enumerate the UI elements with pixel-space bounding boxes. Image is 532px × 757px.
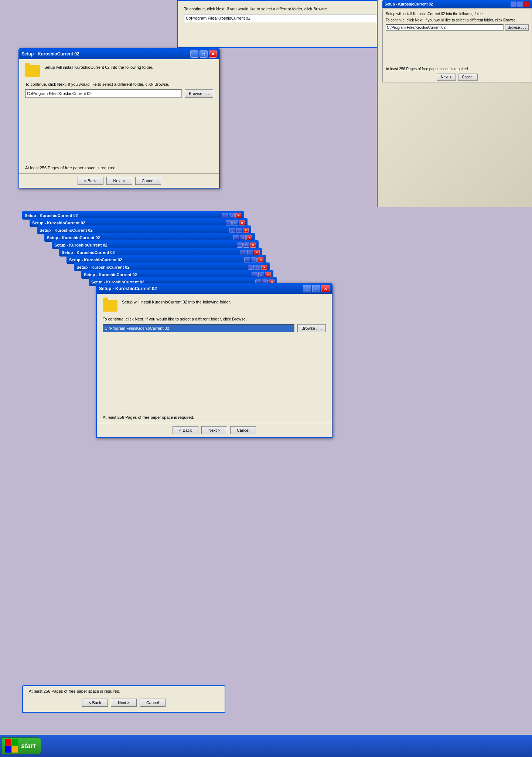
sc-max-8[interactable]: □ [236,228,242,233]
stacked-window-4: Setup - KuroshioCurrent 02_□✕ [66,255,266,263]
sc-min-6[interactable]: _ [237,242,243,248]
logo-yellow [12,746,18,753]
continue-message: To continue, click Next. If you would li… [25,82,213,86]
sc-min-4[interactable]: _ [244,257,250,262]
logo-blue [5,746,11,753]
titlebar-controls: _ □ ✕ [190,50,217,58]
bottom-minimize-button[interactable]: _ [303,285,311,292]
desktop: To continue, click Next. If you would li… [0,0,532,735]
logo-red [5,739,11,746]
sc-close-5[interactable]: ✕ [254,250,260,255]
path-input[interactable] [25,89,182,98]
bottom-space-text: At least 256 Pages of free paper space i… [103,415,194,420]
minimize-button[interactable]: _ [190,50,198,58]
bottom-cancel-button[interactable]: Cancel [230,426,256,434]
next-button[interactable]: Next > [106,177,132,185]
sc-max-9[interactable]: □ [232,220,238,225]
sc-min-8[interactable]: _ [229,228,235,233]
bottom-window-footer: < Back Next > Cancel [97,423,332,437]
stacked-title-6: Setup - KuroshioCurrent 02 [54,243,108,247]
bottom-header-section: Setup will install KuroshioCurrent 02 in… [103,300,326,312]
bottom-partial-space-text: At least 256 Pages of free paper space i… [29,689,219,693]
windows-logo [5,739,18,753]
sc-close-10[interactable]: ✕ [235,213,241,218]
sc-min-9[interactable]: _ [226,220,232,225]
close-button[interactable]: ✕ [209,50,217,58]
sc-max-2[interactable]: □ [258,272,264,277]
sc-min-5[interactable]: _ [241,250,246,255]
stacked-window-7: Setup - KuroshioCurrent 02_□✕ [44,233,255,241]
stacked-title-3: Setup - KuroshioCurrent 02 [76,265,130,269]
bottom-folder-icon [103,300,117,312]
sc-max-6[interactable]: □ [243,242,249,248]
bottom-main-window: Setup - KuroshioCurrent 02 _ □ ✕ Setup w… [96,283,332,438]
bottom-partial-cancel-button[interactable]: Cancel [140,699,166,707]
bottom-main-titlebar: Setup - KuroshioCurrent 02 _ □ ✕ [97,284,332,294]
bottom-stack-group: Setup - KuroshioCurrent 02_□✕ Setup - Ku… [22,207,532,713]
cancel-button[interactable]: Cancel [135,177,161,185]
sc-min-10[interactable]: _ [222,213,228,218]
stacked-title-8: Setup - KuroshioCurrent 02 [40,228,93,232]
sc-max-10[interactable]: □ [229,213,235,218]
sc-min-7[interactable]: _ [233,235,239,240]
logo-green [12,739,18,746]
bottom-browse-button[interactable]: Browse . . . [297,324,326,332]
stacked-window-9: Setup - KuroshioCurrent 02_□✕ [30,218,248,226]
maximize-button[interactable]: □ [200,50,208,58]
sc-close-6[interactable]: ✕ [250,242,256,248]
bottom-continue-message: To continue, click Next. If you would li… [103,317,326,321]
sc-min-3[interactable]: _ [248,265,254,270]
stacked-window-3: Setup - KuroshioCurrent 02_□✕ [74,262,270,271]
sc-close-7[interactable]: ✕ [246,235,252,240]
titlebar-title: Setup - KuroshioCurrent 02 [21,51,79,57]
stacked-title-7: Setup - KuroshioCurrent 02 [47,235,100,240]
stack-group-top-right: Setup - KuroshioCurrent 02 Setup will in… [377,0,532,207]
path-row: Browse . . . [25,89,213,98]
stacked-title-9: Setup - KuroshioCurrent 02 [32,221,85,225]
bottom-window-title: Setup - KuroshioCurrent 02 [99,286,157,291]
sc-close-2[interactable]: ✕ [265,272,271,277]
stacked-window-6: Setup - KuroshioCurrent 02_□✕ [52,240,259,248]
bottom-close-button[interactable]: ✕ [321,285,330,292]
taskbar: start [0,735,532,757]
folder-icon [25,65,40,77]
bottom-titlebar-controls: _ □ ✕ [303,285,330,292]
main-setup-window: Setup - KuroshioCurrent 02 _ □ ✕ Setup w… [18,48,220,189]
bottom-maximize-button[interactable]: □ [312,285,320,292]
bottom-partial-next-button[interactable]: Next > [111,699,137,707]
window-footer: < Back Next > Cancel [19,173,219,188]
browse-button[interactable]: Browse . . . [185,89,213,98]
stacked-window-2: Setup - KuroshioCurrent 02_□✕ [81,270,273,278]
install-message: Setup will install KuroshioCurrent 02 in… [44,65,153,69]
space-requirement-text: At least 256 Pages of free paper space i… [25,166,117,170]
sc-min-2[interactable]: _ [252,272,258,277]
sc-max-4[interactable]: □ [251,257,257,262]
stacked-title-10: Setup - KuroshioCurrent 02 [25,213,78,218]
header-section: Setup will install KuroshioCurrent 02 in… [25,65,213,77]
sc-close-3[interactable]: ✕ [261,265,267,270]
start-label: start [21,742,35,750]
window-title: Setup - KuroshioCurrent 02 [21,51,79,57]
bottom-partial-back-button[interactable]: < Back [82,699,108,707]
bottom-back-button[interactable]: < Back [173,426,198,434]
stacked-title-4: Setup - KuroshioCurrent 02 [69,258,122,262]
stacked-window-5: Setup - KuroshioCurrent 02_□✕ [59,248,262,256]
main-titlebar: Setup - KuroshioCurrent 02 _ □ ✕ [19,49,219,59]
bottom-partial-window: At least 256 Pages of free paper space i… [22,685,225,713]
stacked-title-5: Setup - KuroshioCurrent 02 [62,250,115,255]
sc-max-3[interactable]: □ [255,265,260,270]
bottom-install-message: Setup will install KuroshioCurrent 02 in… [122,300,231,304]
stacked-title-2: Setup - KuroshioCurrent 02 [84,272,137,277]
bottom-path-input[interactable] [103,324,294,332]
sc-close-9[interactable]: ✕ [239,220,245,225]
bottom-next-button[interactable]: Next > [201,426,227,434]
sc-close-4[interactable]: ✕ [258,257,263,262]
sc-close-8[interactable]: ✕ [243,228,249,233]
stacked-window-8: Setup - KuroshioCurrent 02_□✕ [37,225,251,234]
sc-max-5[interactable]: □ [247,250,253,255]
back-button[interactable]: < Back [78,177,103,185]
stacked-window-10: Setup - KuroshioCurrent 02_□✕ [22,211,244,219]
sc-max-7[interactable]: □ [240,235,246,240]
start-button[interactable]: start [1,737,42,754]
bottom-path-row: Browse . . . [103,324,326,332]
